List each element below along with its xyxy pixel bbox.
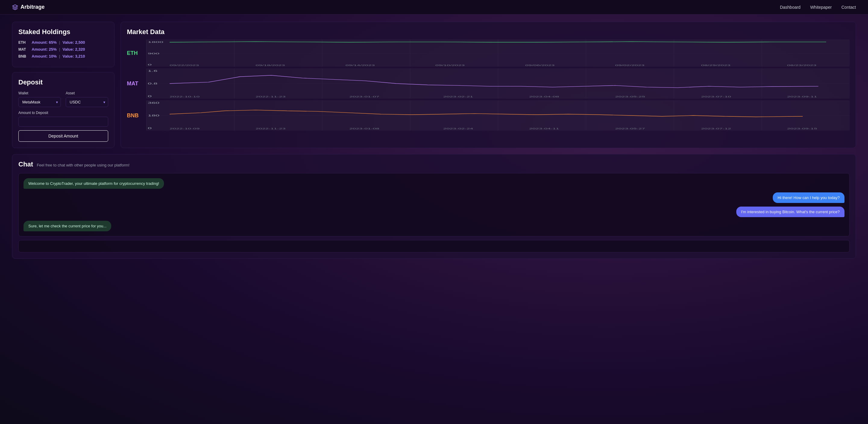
svg-text:09/10/2023: 09/10/2023 [435,64,465,66]
svg-text:2023-07-10: 2023-07-10 [701,96,731,98]
bnb-amount: Amount: 10% [32,54,57,59]
eth-chart-section: ETH 1800 900 0 [127,39,849,67]
svg-text:09/22/2023: 09/22/2023 [170,64,199,66]
navbar: Arbitrage Dashboard Whitepaper Contact [0,0,868,14]
brand: Arbitrage [12,4,44,10]
bnb-chart-section: BNB 360 180 0 [127,100,849,130]
svg-text:2023-02-24: 2023-02-24 [443,127,473,130]
svg-text:2023-09-11: 2023-09-11 [787,96,817,98]
svg-text:2022-10-10: 2022-10-10 [170,96,199,98]
brand-name: Arbitrage [21,4,44,10]
svg-text:0: 0 [148,63,152,66]
nav-contact[interactable]: Contact [841,5,856,10]
svg-text:360: 360 [148,101,159,104]
holding-row-mat: MAT Amount: 25% | Value: 2,320 [19,47,108,52]
amount-label: Amount to Deposit [19,111,108,115]
svg-text:2023-05-27: 2023-05-27 [615,127,645,130]
svg-text:0.8: 0.8 [148,82,157,85]
svg-text:2022-10-09: 2022-10-09 [170,127,199,130]
amount-group: Amount to Deposit [19,111,108,127]
wallet-group: Wallet MetaMask [19,91,61,107]
nav-whitepaper[interactable]: Whitepaper [810,5,832,10]
svg-text:0: 0 [148,127,152,130]
svg-text:1.6: 1.6 [148,69,157,72]
svg-text:2022-11-23: 2022-11-23 [255,96,285,98]
svg-text:2023-02-21: 2023-02-21 [443,96,473,98]
svg-rect-27 [146,100,849,130]
mat-chart-area: 1.6 0.8 0 2022-10-10 2022-11-23 2023-01-… [146,68,849,99]
chat-section: Chat Feel free to chat with other people… [12,154,856,259]
nav-dashboard[interactable]: Dashboard [780,5,801,10]
svg-text:2023-05-25: 2023-05-25 [615,96,645,98]
bnb-chart-area: 360 180 0 2022-10-09 2022-11-23 2023-01-… [146,100,849,130]
chat-msg-2: I'm interested in buying Bitcoin. What's… [736,207,844,217]
holding-row-bnb: BNB Amount: 10% | Value: 3,210 [19,54,108,59]
svg-text:2023-01-07: 2023-01-07 [349,96,379,98]
mat-chart-label: MAT [127,81,146,87]
deposit-form-row: Wallet MetaMask Asset USDC [19,91,108,107]
market-data-title: Market Data [127,28,849,36]
chat-messages: Welcome to CryptoTrader, your ultimate p… [19,173,849,236]
svg-text:2023-09-15: 2023-09-15 [787,127,817,130]
bnb-value: Value: 3,210 [62,54,85,59]
svg-rect-14 [146,68,849,99]
left-panel: Staked Holdings ETH Amount: 65% | Value:… [12,22,115,148]
chat-input-row [19,240,849,252]
amount-input[interactable] [19,117,108,127]
brand-icon [12,4,18,10]
asset-select[interactable]: USDC [66,97,108,107]
svg-text:2023-01-08: 2023-01-08 [349,127,379,130]
asset-group: Asset USDC [66,91,108,107]
eth-ticker: ETH [19,40,29,44]
eth-chart-label: ETH [127,50,146,56]
top-row: Staked Holdings ETH Amount: 65% | Value:… [12,22,856,148]
svg-rect-1 [146,39,849,67]
svg-text:0: 0 [148,95,152,98]
mat-ticker: MAT [19,47,29,52]
chat-title: Chat [19,160,33,168]
deposit-button[interactable]: Deposit Amount [19,130,108,142]
eth-chart-svg: 1800 900 0 09/22/2023 09/18/2023 09/14/2… [146,39,849,67]
svg-text:08/29/2023: 08/29/2023 [701,64,730,66]
chat-header: Chat Feel free to chat with other people… [19,160,849,168]
staked-holdings-card: Staked Holdings ETH Amount: 65% | Value:… [12,22,115,67]
chat-input[interactable] [19,240,849,252]
nav-links: Dashboard Whitepaper Contact [780,5,856,10]
asset-label: Asset [66,91,108,95]
svg-text:2023-04-08: 2023-04-08 [529,96,559,98]
holding-row-eth: ETH Amount: 65% | Value: 2,500 [19,40,108,44]
bnb-ticker: BNB [19,54,29,59]
eth-chart-area: 1800 900 0 09/22/2023 09/18/2023 09/14/2… [146,39,849,67]
svg-text:900: 900 [148,52,159,55]
wallet-select[interactable]: MetaMask [19,97,61,107]
svg-text:2023-04-11: 2023-04-11 [529,127,559,130]
mat-value: Value: 2,320 [62,47,85,52]
wallet-label: Wallet [19,91,61,95]
svg-text:2023-07-12: 2023-07-12 [701,127,731,130]
eth-value: Value: 2,500 [62,40,85,44]
deposit-title: Deposit [19,79,108,86]
chat-subtitle: Feel free to chat with other people usin… [37,163,130,168]
mat-amount: Amount: 25% [32,47,57,52]
market-data-panel: Market Data ETH 1800 [121,22,856,148]
svg-text:09/18/2023: 09/18/2023 [255,64,285,66]
eth-amount: Amount: 65% [32,40,57,44]
asset-select-wrapper: USDC [66,97,108,107]
wallet-select-wrapper: MetaMask [19,97,61,107]
svg-text:1800: 1800 [148,40,163,43]
svg-text:180: 180 [148,114,159,117]
mat-chart-svg: 1.6 0.8 0 2022-10-10 2022-11-23 2023-01-… [146,68,849,99]
chat-msg-0: Welcome to CryptoTrader, your ultimate p… [24,178,164,189]
svg-text:09/14/2023: 09/14/2023 [345,64,375,66]
svg-text:2022-11-23: 2022-11-23 [255,127,285,130]
svg-text:09/06/2023: 09/06/2023 [525,64,555,66]
deposit-card: Deposit Wallet MetaMask Asset [12,72,115,148]
bnb-chart-svg: 360 180 0 2022-10-09 2022-11-23 2023-01-… [146,100,849,130]
main-content: Staked Holdings ETH Amount: 65% | Value:… [0,14,868,266]
chat-msg-3: Sure, let me check the current price for… [24,221,111,231]
svg-text:08/23/2023: 08/23/2023 [787,64,816,66]
staked-holdings-title: Staked Holdings [19,28,108,36]
svg-text:09/02/2023: 09/02/2023 [615,64,644,66]
chat-msg-1: Hi there! How can I help you today? [773,192,844,203]
bnb-chart-label: BNB [127,113,146,119]
